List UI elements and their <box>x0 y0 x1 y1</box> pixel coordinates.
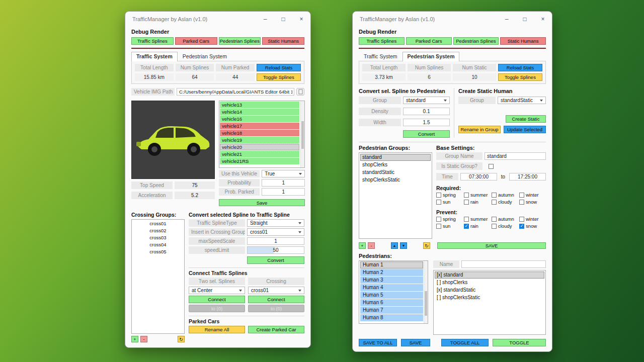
time-from-input[interactable] <box>460 173 497 180</box>
pedestrian-group-select[interactable]: standard <box>403 97 450 104</box>
prob-parked-input[interactable] <box>262 188 305 196</box>
debug-pedestrian-splines-button[interactable]: Pedestrian Splines <box>453 37 499 45</box>
save-pedestrian-button[interactable]: SAVE <box>401 339 430 346</box>
time-to-input[interactable] <box>509 173 546 180</box>
speed-limit-input[interactable] <box>247 246 304 254</box>
static-group-select[interactable]: standardStatic <box>498 97 546 104</box>
width-input[interactable] <box>403 119 450 126</box>
prevent-snow-checkbox[interactable] <box>519 224 524 229</box>
toggle-splines-button[interactable]: Toggle Splines <box>498 73 542 81</box>
debug-parked-cars-button[interactable]: Parked Cars <box>175 37 217 45</box>
vehicle-list-item[interactable]: vehicle13 <box>220 102 299 108</box>
convert-pedestrian-button[interactable]: Convert <box>403 130 450 138</box>
toggle-splines-button[interactable]: Toggle Splines <box>257 73 301 81</box>
vehicle-list-item[interactable]: vehicle16 <box>220 116 299 122</box>
debug-traffic-splines-button[interactable]: Traffic Splines <box>359 37 405 45</box>
create-static-button[interactable]: Create Static <box>506 115 546 123</box>
debug-pedestrian-splines-button[interactable]: Pedestrian Splines <box>219 37 261 45</box>
vehicle-list-scrollbar[interactable] <box>300 101 304 167</box>
tab-traffic-system[interactable]: Traffic System <box>131 52 178 61</box>
prevent-autumn-checkbox[interactable] <box>492 217 497 222</box>
vehicle-img-path-input[interactable] <box>177 88 294 96</box>
prevent-spring-checkbox[interactable] <box>436 217 441 222</box>
required-cloudy-checkbox[interactable] <box>492 200 497 205</box>
connect-crossing-button[interactable]: Connect <box>248 296 304 303</box>
remove-group-button[interactable]: - <box>368 242 375 249</box>
remove-crossing-group-button[interactable]: - <box>140 336 147 342</box>
add-group-button[interactable]: + <box>359 242 366 249</box>
crossing-group-item[interactable]: cross05 <box>132 249 184 255</box>
pedestrian-list-item[interactable]: Human 4 <box>360 284 423 291</box>
browse-path-button[interactable] <box>296 88 304 96</box>
pedestrian-group-item[interactable]: shopClerksStatic <box>360 176 431 184</box>
connect-mode-select[interactable]: at Center <box>189 287 245 294</box>
pedestrian-group-item[interactable]: standard <box>360 154 431 161</box>
pedestrians-scrollbar[interactable] <box>424 261 428 323</box>
maximize-icon[interactable]: □ <box>516 12 534 27</box>
tab-pedestrian-system[interactable]: Pedestrian System <box>403 52 460 61</box>
maximize-icon[interactable]: □ <box>274 12 292 27</box>
crossing-group-item[interactable]: cross02 <box>132 228 184 234</box>
debug-static-humans-button[interactable]: Static Humans <box>500 37 546 45</box>
pedestrian-list-item[interactable]: Human 3 <box>360 277 423 284</box>
connect-splines-button[interactable]: Connect <box>189 296 245 303</box>
required-autumn-checkbox[interactable] <box>492 193 497 198</box>
required-rain-checkbox[interactable] <box>464 200 469 205</box>
toggle-all-button[interactable]: TOGGLE ALL <box>441 339 489 346</box>
tab-traffic-system[interactable]: Traffic System <box>359 52 403 61</box>
minimize-icon[interactable]: – <box>498 12 516 27</box>
vehicle-list-item[interactable]: vehicle21 <box>220 151 299 157</box>
assignment-item[interactable]: [ ] shopClerksStatic <box>435 294 544 301</box>
scrollbar-thumb[interactable] <box>425 291 427 316</box>
close-icon[interactable]: × <box>534 12 552 27</box>
save-group-button[interactable]: SAVE <box>437 242 546 249</box>
spline-type-select[interactable]: Straight <box>247 219 304 227</box>
refresh-icon[interactable]: ↻ <box>423 242 430 249</box>
update-selected-button[interactable]: Update Selected <box>504 126 546 133</box>
move-up-icon[interactable]: ▲ <box>391 242 398 249</box>
prevent-sun-checkbox[interactable] <box>436 224 441 229</box>
density-input[interactable] <box>403 108 450 115</box>
connect-crossing-select[interactable]: cross01 <box>248 287 304 294</box>
assignment-item[interactable]: [x] standardStatic <box>435 287 544 294</box>
required-spring-checkbox[interactable] <box>436 193 441 198</box>
assignment-item[interactable]: [ ] shopClerks <box>435 279 544 286</box>
toggle-button[interactable]: TOGGLE <box>493 339 546 346</box>
vehicle-list-item[interactable]: vehicle14 <box>220 109 299 115</box>
create-parked-car-button[interactable]: Create Parked Car <box>248 326 304 333</box>
vehicle-list-item[interactable]: vehicle17 <box>220 123 299 129</box>
max-speed-scale-input[interactable] <box>247 237 304 245</box>
use-vehicle-select[interactable]: True <box>262 170 305 177</box>
rename-in-group-button[interactable]: Rename in Group <box>458 126 501 133</box>
top-speed-value[interactable]: 75 <box>175 182 215 189</box>
close-icon[interactable]: × <box>292 12 310 27</box>
save-vehicle-button[interactable]: Save <box>219 199 305 206</box>
vehicle-list-item[interactable]: vehicle18 <box>220 130 299 136</box>
scrollbar-thumb[interactable] <box>301 121 304 149</box>
required-summer-checkbox[interactable] <box>464 193 469 198</box>
add-crossing-group-button[interactable]: + <box>131 336 138 342</box>
move-down-icon[interactable]: ▼ <box>400 242 407 249</box>
pedestrian-list-item[interactable]: Human 2 <box>360 269 423 276</box>
is-static-group-checkbox[interactable] <box>489 164 494 169</box>
vehicle-list-item[interactable]: vehicle19 <box>220 137 299 143</box>
required-snow-checkbox[interactable] <box>519 200 524 205</box>
save-to-all-button[interactable]: SAVE TO ALL <box>359 339 397 346</box>
crossing-group-item[interactable]: cross03 <box>132 235 184 241</box>
insert-crossing-group-select[interactable]: cross01 <box>247 228 304 236</box>
group-name-input[interactable] <box>485 152 546 160</box>
crossing-group-item[interactable]: cross04 <box>132 242 184 248</box>
required-sun-checkbox[interactable] <box>436 200 441 205</box>
tab-pedestrian-system[interactable]: Pedestrian System <box>178 52 232 61</box>
vehicle-list-item[interactable]: vehicle20 <box>220 144 299 150</box>
probability-input[interactable] <box>262 179 305 187</box>
required-winter-checkbox[interactable] <box>519 193 524 198</box>
prevent-summer-checkbox[interactable] <box>464 217 469 222</box>
pedestrian-list-item[interactable]: Human 7 <box>360 307 423 314</box>
acceleration-value[interactable]: 5.2 <box>175 192 215 199</box>
rename-all-button[interactable]: Rename All <box>189 326 245 333</box>
pedestrian-list-item[interactable]: Human 6 <box>360 299 423 306</box>
pedestrian-group-item[interactable]: shopClerks <box>360 161 431 168</box>
debug-traffic-splines-button[interactable]: Traffic Splines <box>131 37 174 45</box>
refresh-icon[interactable]: ↻ <box>178 336 185 342</box>
